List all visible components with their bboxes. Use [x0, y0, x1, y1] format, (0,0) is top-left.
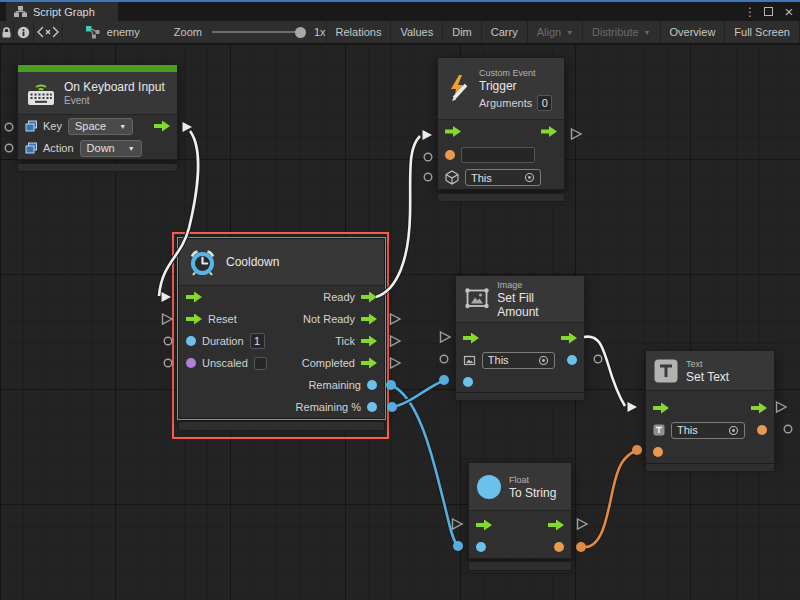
node-category: Image [497, 279, 576, 291]
target-dropdown[interactable]: This [465, 169, 541, 186]
node-float-to-string[interactable]: Float To String [468, 462, 572, 559]
action-dropdown[interactable]: Down ▼ [80, 140, 142, 157]
cooldown-reset-connector[interactable] [161, 313, 173, 325]
custom-event-name-connector[interactable] [422, 151, 434, 163]
remaining-output-port[interactable] [367, 380, 377, 390]
text-flow-in-connector[interactable] [626, 401, 638, 413]
lock-icon [1, 26, 12, 39]
reset-input-port[interactable] [186, 314, 202, 325]
cooldown-flow-in-connector[interactable] [160, 291, 172, 303]
port-row-text-value [646, 441, 774, 463]
port-row-value [469, 536, 571, 558]
port-row-key: Key Space ▼ [18, 115, 177, 137]
zoom-slider-handle[interactable] [295, 27, 306, 38]
tostring-flow-out-connector[interactable] [576, 518, 588, 530]
node-text-set-text[interactable]: Text Set Text This [645, 350, 775, 464]
fill-amount-input-port[interactable] [463, 377, 473, 387]
edit-source-button[interactable] [34, 21, 63, 43]
arguments-field[interactable]: 0 [537, 95, 552, 111]
not-ready-output-port[interactable] [361, 314, 377, 325]
distribute-button[interactable]: Distribute▼ [583, 21, 660, 43]
keyboard-icon [26, 80, 56, 107]
cooldown-not-ready-connector[interactable] [389, 313, 401, 325]
lock-button[interactable] [0, 21, 14, 43]
carry-button[interactable]: Carry [482, 21, 528, 43]
cooldown-unscaled-connector[interactable] [162, 357, 174, 369]
flow-output-port[interactable] [751, 403, 767, 414]
node-on-keyboard-input[interactable]: On Keyboard Input Event Key Space ▼ Acti… [17, 64, 178, 160]
relations-button[interactable]: Relations [327, 21, 392, 43]
flow-output-port[interactable] [541, 126, 557, 137]
port-row-target: This [456, 349, 584, 371]
info-button[interactable] [14, 21, 34, 43]
port-label: Action [43, 142, 74, 154]
cooldown-tick-connector[interactable] [389, 335, 401, 347]
remaining-pct-output-port[interactable] [367, 402, 377, 412]
node-title: Set Text [686, 370, 729, 384]
duration-input-port[interactable] [186, 336, 196, 346]
port-row-remaining: Remaining [179, 374, 384, 396]
event-name-field[interactable] [461, 147, 535, 163]
image-flow-in-connector[interactable] [439, 331, 451, 343]
flow-input-port[interactable] [653, 403, 669, 414]
node-image-set-fill-amount[interactable]: Image Set Fill Amount This [455, 275, 585, 394]
zoom-slider[interactable] [212, 31, 304, 33]
text-output-port[interactable] [757, 425, 767, 435]
flow-input-port[interactable] [186, 292, 202, 303]
duration-field[interactable]: 1 [250, 333, 265, 349]
target-dropdown[interactable]: This [671, 422, 745, 439]
keyboard-key-connector[interactable] [3, 121, 15, 133]
target-dropdown[interactable]: This [482, 352, 555, 369]
values-button[interactable]: Values [391, 21, 443, 43]
flow-input-port[interactable] [445, 126, 461, 137]
custom-event-flow-in-connector[interactable] [421, 129, 433, 141]
port-row-enter-ready: Ready [179, 286, 384, 308]
node-title: Cooldown [226, 255, 279, 269]
cooldown-duration-connector[interactable] [162, 335, 174, 347]
custom-event-icon [446, 74, 471, 103]
window-close-icon[interactable]: × [780, 2, 798, 21]
text-output-connector[interactable] [782, 423, 794, 435]
flow-output-port[interactable] [548, 520, 564, 531]
keyboard-flow-out-connector[interactable] [181, 121, 193, 133]
node-footer [437, 193, 565, 202]
dim-button[interactable]: Dim [443, 21, 482, 43]
keyboard-action-connector[interactable] [3, 142, 15, 154]
port-row-fill-amount [456, 371, 584, 393]
tick-output-port[interactable] [361, 336, 377, 347]
image-output-port[interactable] [567, 355, 577, 365]
flow-input-port[interactable] [463, 333, 479, 344]
tab-script-graph[interactable]: Script Graph [6, 2, 118, 21]
cooldown-completed-connector[interactable] [389, 357, 401, 369]
custom-event-flow-out-connector[interactable] [570, 128, 582, 140]
text-icon [654, 359, 678, 383]
node-cooldown[interactable]: Cooldown Ready Reset Not Ready Duration … [178, 238, 385, 419]
string-input-port[interactable] [445, 150, 455, 160]
text-flow-out-connector[interactable] [775, 401, 787, 413]
image-output-connector[interactable] [592, 353, 604, 365]
unscaled-input-port[interactable] [186, 358, 196, 368]
ready-output-port[interactable] [361, 292, 377, 303]
flow-output-port[interactable] [154, 121, 170, 132]
align-button[interactable]: Align▼ [528, 21, 583, 43]
node-footer [645, 463, 775, 472]
flow-output-port[interactable] [561, 333, 577, 344]
string-output-port[interactable] [554, 542, 564, 552]
custom-event-target-connector[interactable] [422, 171, 434, 183]
completed-output-port[interactable] [361, 358, 377, 369]
caret-down-icon: ▼ [644, 29, 651, 36]
window-maximize-icon[interactable] [759, 2, 777, 21]
node-custom-event[interactable]: Custom Event Trigger Arguments 0 This [437, 57, 565, 190]
flow-input-port[interactable] [476, 520, 492, 531]
port-row-target: This [646, 419, 774, 441]
unscaled-checkbox[interactable] [254, 357, 267, 370]
overview-button[interactable]: Overview [661, 21, 726, 43]
tostring-flow-in-connector[interactable] [451, 518, 463, 530]
key-dropdown[interactable]: Space ▼ [68, 118, 133, 135]
image-target-connector[interactable] [438, 353, 450, 365]
float-input-port[interactable] [476, 542, 486, 552]
full-screen-button[interactable]: Full Screen [725, 21, 800, 43]
script-graph-icon [14, 6, 27, 17]
window-menu-icon[interactable]: ⋮ [741, 2, 759, 21]
text-input-port[interactable] [653, 447, 663, 457]
